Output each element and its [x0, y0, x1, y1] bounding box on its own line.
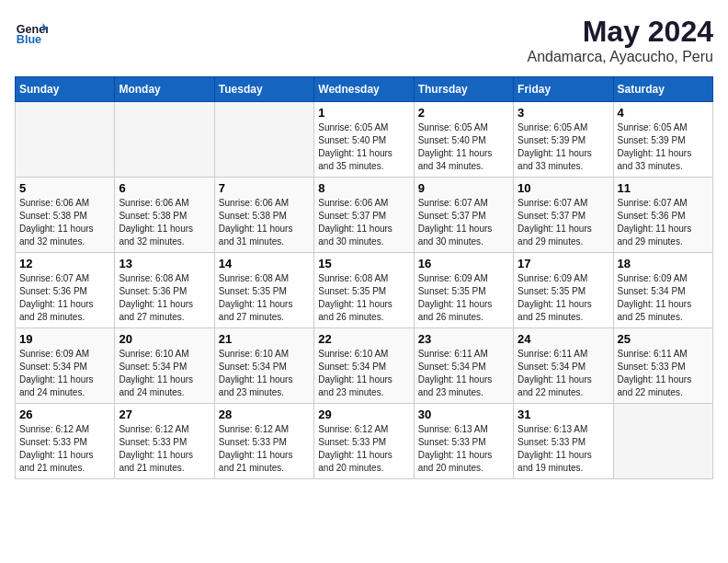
- weekday-header-row: SundayMondayTuesdayWednesdayThursdayFrid…: [16, 77, 713, 102]
- day-info: Sunrise: 6:06 AM Sunset: 5:38 PM Dayligh…: [19, 197, 110, 248]
- calendar-day-cell: 5Sunrise: 6:06 AM Sunset: 5:38 PM Daylig…: [16, 178, 115, 253]
- day-number: 29: [318, 408, 409, 421]
- calendar-day-cell: 26Sunrise: 6:12 AM Sunset: 5:33 PM Dayli…: [16, 404, 115, 479]
- calendar-day-cell: 15Sunrise: 6:08 AM Sunset: 5:35 PM Dayli…: [314, 253, 414, 328]
- calendar-day-cell: 8Sunrise: 6:06 AM Sunset: 5:37 PM Daylig…: [314, 178, 414, 253]
- day-number: 10: [518, 181, 609, 195]
- day-number: 23: [418, 332, 509, 346]
- day-info: Sunrise: 6:12 AM Sunset: 5:33 PM Dayligh…: [119, 423, 210, 475]
- calendar-subtitle: Andamarca, Ayacucho, Peru: [528, 49, 714, 65]
- day-info: Sunrise: 6:07 AM Sunset: 5:36 PM Dayligh…: [618, 197, 709, 248]
- day-info: Sunrise: 6:09 AM Sunset: 5:34 PM Dayligh…: [618, 272, 709, 324]
- weekday-header-friday: Friday: [514, 77, 613, 102]
- day-number: 3: [518, 106, 609, 120]
- day-number: 24: [518, 332, 609, 346]
- calendar-day-cell: 19Sunrise: 6:09 AM Sunset: 5:34 PM Dayli…: [16, 328, 115, 404]
- day-number: 14: [219, 257, 310, 270]
- day-number: 17: [518, 257, 609, 270]
- calendar-day-cell: 6Sunrise: 6:06 AM Sunset: 5:38 PM Daylig…: [115, 178, 214, 253]
- day-number: 6: [119, 181, 210, 195]
- calendar-day-cell: 18Sunrise: 6:09 AM Sunset: 5:34 PM Dayli…: [613, 253, 712, 328]
- day-info: Sunrise: 6:11 AM Sunset: 5:34 PM Dayligh…: [418, 348, 509, 399]
- day-info: Sunrise: 6:07 AM Sunset: 5:37 PM Dayligh…: [518, 197, 609, 248]
- calendar-day-cell: 17Sunrise: 6:09 AM Sunset: 5:35 PM Dayli…: [514, 253, 613, 328]
- calendar-day-cell: 10Sunrise: 6:07 AM Sunset: 5:37 PM Dayli…: [514, 178, 613, 253]
- calendar-day-cell: 12Sunrise: 6:07 AM Sunset: 5:36 PM Dayli…: [16, 253, 115, 328]
- logo: General Blue: [15, 15, 48, 48]
- calendar-week-row: 26Sunrise: 6:12 AM Sunset: 5:33 PM Dayli…: [16, 404, 713, 479]
- calendar-title: May 2024: [528, 15, 714, 49]
- calendar-week-row: 1Sunrise: 6:05 AM Sunset: 5:40 PM Daylig…: [16, 102, 713, 178]
- day-info: Sunrise: 6:09 AM Sunset: 5:35 PM Dayligh…: [418, 272, 509, 324]
- weekday-header-monday: Monday: [115, 77, 214, 102]
- calendar-day-cell: 22Sunrise: 6:10 AM Sunset: 5:34 PM Dayli…: [314, 328, 414, 404]
- calendar-day-cell: 31Sunrise: 6:13 AM Sunset: 5:33 PM Dayli…: [514, 404, 613, 479]
- day-info: Sunrise: 6:12 AM Sunset: 5:33 PM Dayligh…: [219, 423, 310, 475]
- weekday-header-tuesday: Tuesday: [214, 77, 313, 102]
- day-info: Sunrise: 6:07 AM Sunset: 5:37 PM Dayligh…: [418, 197, 509, 248]
- calendar-week-row: 12Sunrise: 6:07 AM Sunset: 5:36 PM Dayli…: [16, 253, 713, 328]
- svg-text:Blue: Blue: [17, 33, 41, 46]
- day-info: Sunrise: 6:11 AM Sunset: 5:34 PM Dayligh…: [518, 348, 609, 399]
- calendar-week-row: 19Sunrise: 6:09 AM Sunset: 5:34 PM Dayli…: [16, 328, 713, 404]
- day-info: Sunrise: 6:05 AM Sunset: 5:40 PM Dayligh…: [418, 121, 509, 173]
- day-info: Sunrise: 6:11 AM Sunset: 5:33 PM Dayligh…: [618, 348, 709, 399]
- calendar-day-cell: 24Sunrise: 6:11 AM Sunset: 5:34 PM Dayli…: [514, 328, 613, 404]
- calendar-day-cell: 23Sunrise: 6:11 AM Sunset: 5:34 PM Dayli…: [414, 328, 513, 404]
- day-number: 22: [318, 332, 409, 346]
- calendar-day-cell: 21Sunrise: 6:10 AM Sunset: 5:34 PM Dayli…: [214, 328, 313, 404]
- day-number: 25: [618, 332, 709, 346]
- day-number: 15: [318, 257, 409, 270]
- day-info: Sunrise: 6:05 AM Sunset: 5:40 PM Dayligh…: [318, 121, 409, 173]
- calendar-day-cell: 1Sunrise: 6:05 AM Sunset: 5:40 PM Daylig…: [314, 102, 414, 178]
- calendar-day-cell: [214, 102, 313, 178]
- calendar-day-cell: 30Sunrise: 6:13 AM Sunset: 5:33 PM Dayli…: [414, 404, 513, 479]
- calendar-day-cell: 27Sunrise: 6:12 AM Sunset: 5:33 PM Dayli…: [115, 404, 214, 479]
- day-number: 4: [618, 106, 709, 120]
- day-info: Sunrise: 6:12 AM Sunset: 5:33 PM Dayligh…: [318, 423, 409, 475]
- day-number: 12: [19, 257, 110, 270]
- day-info: Sunrise: 6:09 AM Sunset: 5:35 PM Dayligh…: [518, 272, 609, 324]
- day-number: 11: [618, 181, 709, 195]
- day-info: Sunrise: 6:08 AM Sunset: 5:35 PM Dayligh…: [219, 272, 310, 324]
- day-info: Sunrise: 6:06 AM Sunset: 5:38 PM Dayligh…: [219, 197, 310, 248]
- day-number: 31: [518, 408, 609, 421]
- calendar-day-cell: 2Sunrise: 6:05 AM Sunset: 5:40 PM Daylig…: [414, 102, 513, 178]
- page-header: General Blue May 2024 Andamarca, Ayacuch…: [15, 15, 713, 65]
- calendar-day-cell: 25Sunrise: 6:11 AM Sunset: 5:33 PM Dayli…: [613, 328, 712, 404]
- title-block: May 2024 Andamarca, Ayacucho, Peru: [528, 15, 714, 65]
- day-info: Sunrise: 6:13 AM Sunset: 5:33 PM Dayligh…: [418, 423, 509, 475]
- calendar-table: SundayMondayTuesdayWednesdayThursdayFrid…: [15, 76, 713, 479]
- day-info: Sunrise: 6:12 AM Sunset: 5:33 PM Dayligh…: [19, 423, 110, 475]
- calendar-day-cell: 16Sunrise: 6:09 AM Sunset: 5:35 PM Dayli…: [414, 253, 513, 328]
- day-number: 2: [418, 106, 509, 120]
- weekday-header-sunday: Sunday: [16, 77, 115, 102]
- day-number: 5: [19, 181, 110, 195]
- day-number: 13: [119, 257, 210, 270]
- day-info: Sunrise: 6:09 AM Sunset: 5:34 PM Dayligh…: [19, 348, 110, 399]
- calendar-day-cell: 11Sunrise: 6:07 AM Sunset: 5:36 PM Dayli…: [613, 178, 712, 253]
- calendar-day-cell: 29Sunrise: 6:12 AM Sunset: 5:33 PM Dayli…: [314, 404, 414, 479]
- calendar-day-cell: 28Sunrise: 6:12 AM Sunset: 5:33 PM Dayli…: [214, 404, 313, 479]
- day-number: 20: [119, 332, 210, 346]
- day-number: 30: [418, 408, 509, 421]
- day-info: Sunrise: 6:07 AM Sunset: 5:36 PM Dayligh…: [19, 272, 110, 324]
- calendar-day-cell: 13Sunrise: 6:08 AM Sunset: 5:36 PM Dayli…: [115, 253, 214, 328]
- calendar-day-cell: [115, 102, 214, 178]
- calendar-day-cell: 9Sunrise: 6:07 AM Sunset: 5:37 PM Daylig…: [414, 178, 513, 253]
- calendar-day-cell: 20Sunrise: 6:10 AM Sunset: 5:34 PM Dayli…: [115, 328, 214, 404]
- calendar-day-cell: 14Sunrise: 6:08 AM Sunset: 5:35 PM Dayli…: [214, 253, 313, 328]
- day-info: Sunrise: 6:10 AM Sunset: 5:34 PM Dayligh…: [219, 348, 310, 399]
- day-info: Sunrise: 6:08 AM Sunset: 5:35 PM Dayligh…: [318, 272, 409, 324]
- day-info: Sunrise: 6:10 AM Sunset: 5:34 PM Dayligh…: [318, 348, 409, 399]
- day-info: Sunrise: 6:06 AM Sunset: 5:38 PM Dayligh…: [119, 197, 210, 248]
- day-number: 9: [418, 181, 509, 195]
- day-number: 8: [318, 181, 409, 195]
- day-number: 26: [19, 408, 110, 421]
- day-info: Sunrise: 6:05 AM Sunset: 5:39 PM Dayligh…: [518, 121, 609, 173]
- day-number: 7: [219, 181, 310, 195]
- weekday-header-saturday: Saturday: [613, 77, 712, 102]
- weekday-header-thursday: Thursday: [414, 77, 513, 102]
- day-number: 27: [119, 408, 210, 421]
- day-number: 19: [19, 332, 110, 346]
